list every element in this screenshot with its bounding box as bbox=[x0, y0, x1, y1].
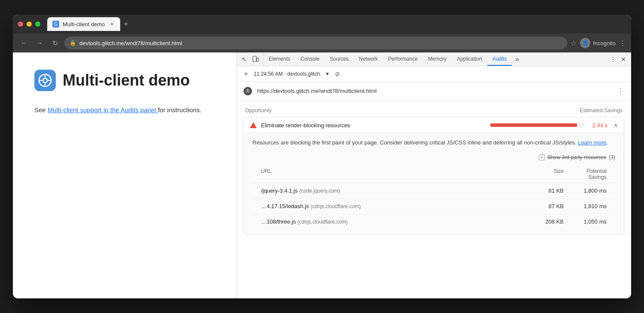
resource-url-origin-1: (code.jquery.com) bbox=[299, 188, 340, 194]
tab-add-button[interactable]: + bbox=[124, 20, 128, 29]
nav-right: ☆ 👤 Incognito ⋮ bbox=[571, 38, 626, 48]
savings-line2: Savings bbox=[588, 174, 607, 180]
devtools-panel: ↖ Elements Console Sources Network Perfo… bbox=[236, 52, 631, 298]
opportunity-label: Opportunity bbox=[245, 107, 272, 114]
devtools-reload-icon[interactable]: ⊘ bbox=[333, 70, 342, 78]
browser-window: G Multi-client demo ✕ + ← → ↻ 🔒 devtools… bbox=[13, 15, 631, 298]
audit-expand-icon: ∧ bbox=[614, 122, 618, 129]
resource-url-main-1: /jquery-3.4.1.js bbox=[261, 187, 298, 194]
title-bar: G Multi-client demo ✕ + bbox=[13, 15, 631, 34]
audit-description: Resources are blocking the first paint o… bbox=[252, 138, 615, 147]
tab-more-button[interactable]: » bbox=[512, 55, 522, 63]
traffic-light-close[interactable] bbox=[18, 21, 23, 27]
resource-url-2: …4.17.15/lodash.js (cdnjs.cloudflare.com… bbox=[261, 203, 529, 209]
estimated-savings-label: Estimated Savings bbox=[580, 107, 623, 114]
audit-item-header[interactable]: Eliminate render-blocking resources 2.44… bbox=[244, 117, 624, 133]
checkbox-checkmark: ✓ bbox=[540, 155, 544, 160]
bookmark-icon[interactable]: ☆ bbox=[571, 39, 577, 47]
resource-url-origin-2: (cdnjs.cloudflare.com) bbox=[310, 203, 361, 209]
traffic-light-fullscreen[interactable] bbox=[35, 21, 40, 27]
devtools-close-button[interactable]: ✕ bbox=[619, 55, 628, 64]
content-area: Multi-client demo See Multi-client suppo… bbox=[13, 52, 631, 298]
incognito-badge: 👤 Incognito bbox=[580, 38, 616, 48]
page-content: Multi-client demo See Multi-client suppo… bbox=[13, 52, 236, 298]
warning-triangle-icon bbox=[250, 122, 257, 128]
devtools-tabs: Elements Console Sources Network Perform… bbox=[264, 52, 605, 66]
tab-network[interactable]: Network bbox=[354, 52, 383, 66]
dropdown-chevron: ▼ bbox=[325, 71, 330, 77]
resource-table: URL Size Potential Savings /jquer bbox=[252, 166, 615, 229]
filter-count: (3) bbox=[609, 154, 615, 160]
third-party-checkbox[interactable]: ✓ bbox=[539, 154, 545, 160]
page-logo bbox=[34, 70, 56, 91]
col-savings-header: Potential Savings bbox=[564, 168, 607, 180]
audits-url-more-button[interactable]: ⋮ bbox=[617, 86, 624, 96]
audits-panel-link[interactable]: Multi-client support in the Audits panel bbox=[48, 106, 158, 114]
devtools-more-button[interactable]: ⋮ bbox=[609, 55, 617, 64]
tab-bar: G Multi-client demo ✕ + bbox=[47, 17, 626, 31]
tab-audits[interactable]: Audits bbox=[487, 52, 512, 66]
col-url-header: URL bbox=[261, 168, 529, 180]
forward-button[interactable]: → bbox=[33, 37, 46, 49]
cursor-icon[interactable]: ↖ bbox=[240, 55, 249, 64]
tab-console[interactable]: Console bbox=[295, 52, 325, 66]
audit-progress-bar bbox=[490, 123, 585, 127]
description-after: for instructions. bbox=[158, 106, 202, 114]
tab-title: Multi-client demo bbox=[63, 21, 105, 28]
incognito-label: Incognito bbox=[593, 40, 616, 46]
navigation-bar: ← → ↻ 🔒 devtools.glitch.me/wndt78/multic… bbox=[13, 34, 631, 52]
audits-content: Opportunity Estimated Savings Eliminate … bbox=[237, 101, 631, 298]
devtools-dropdown[interactable]: ▼ bbox=[325, 71, 330, 77]
tab-application[interactable]: Application bbox=[452, 52, 487, 66]
tab-elements[interactable]: Elements bbox=[264, 52, 295, 66]
traffic-light-minimize[interactable] bbox=[27, 21, 32, 27]
devtools-actions: ⋮ ✕ bbox=[605, 55, 631, 64]
resource-url-origin-3: (cdnjs.cloudflare.com) bbox=[298, 219, 348, 225]
audit-bar-fill bbox=[490, 123, 577, 127]
description-before: See bbox=[34, 106, 48, 114]
tab-performance[interactable]: Performance bbox=[383, 52, 423, 66]
lock-icon: 🔒 bbox=[70, 40, 76, 46]
tab-sources[interactable]: Sources bbox=[325, 52, 354, 66]
resource-size-1: 81 KB bbox=[529, 187, 564, 194]
audit-description-before: Resources are blocking the first paint o… bbox=[252, 139, 578, 146]
audit-learn-more-link[interactable]: Learn more bbox=[578, 139, 606, 146]
resource-size-3: 208 KB bbox=[529, 218, 564, 225]
tab-favicon: G bbox=[52, 21, 59, 28]
audit-expanded-content: Resources are blocking the first paint o… bbox=[244, 133, 624, 234]
devtools-timestamp: 11:24:56 AM - devtools.glitch. bbox=[254, 71, 321, 77]
audits-favicon-letter: A bbox=[246, 89, 249, 93]
browser-tab[interactable]: G Multi-client demo ✕ bbox=[47, 17, 120, 31]
audits-favicon: A bbox=[243, 87, 252, 95]
address-bar[interactable]: 🔒 devtools.glitch.me/wndt78/multiclient.… bbox=[64, 37, 567, 49]
audits-url-row: A https://devtools.glitch.me/wndt78/mult… bbox=[237, 82, 631, 101]
page-description: See Multi-client support in the Audits p… bbox=[34, 105, 215, 115]
tab-memory[interactable]: Memory bbox=[423, 52, 452, 66]
devtools-toolbar: ↖ Elements Console Sources Network Perfo… bbox=[237, 52, 631, 66]
reload-button[interactable]: ↻ bbox=[49, 37, 61, 49]
back-button[interactable]: ← bbox=[18, 37, 30, 49]
resource-url-1: /jquery-3.4.1.js (code.jquery.com) bbox=[261, 187, 529, 194]
third-party-filter: ✓ Show 3rd-party resources (3) bbox=[252, 154, 615, 160]
device-toggle-icon[interactable] bbox=[251, 55, 260, 64]
opportunity-header: Opportunity Estimated Savings bbox=[237, 101, 631, 117]
devtools-add-button[interactable]: + bbox=[242, 70, 250, 78]
col-size-header: Size bbox=[529, 168, 564, 180]
resource-row: …108/three.js (cdnjs.cloudflare.com) 208… bbox=[252, 214, 615, 229]
resource-url-main-3: …108/three.js bbox=[261, 218, 296, 225]
page-title: Multi-client demo bbox=[63, 71, 190, 89]
audit-item-title: Eliminate render-blocking resources bbox=[261, 122, 486, 129]
devtools-address-bar: + 11:24:56 AM - devtools.glitch. ▼ ⊘ bbox=[237, 66, 631, 82]
resource-url-main-2: …4.17.15/lodash.js bbox=[261, 203, 309, 209]
svg-rect-7 bbox=[257, 58, 258, 61]
resource-row: /jquery-3.4.1.js (code.jquery.com) 81 KB… bbox=[252, 183, 615, 199]
resource-savings-1: 1,800 ms bbox=[564, 187, 607, 194]
browser-more-icon[interactable]: ⋮ bbox=[619, 39, 626, 47]
incognito-icon: 👤 bbox=[580, 38, 590, 48]
tab-close-button[interactable]: ✕ bbox=[108, 21, 115, 28]
resource-savings-3: 1,050 ms bbox=[564, 218, 607, 225]
tab-favicon-letter: G bbox=[54, 22, 58, 27]
page-logo-row: Multi-client demo bbox=[34, 70, 215, 91]
audit-savings-value: 2.44 s bbox=[592, 122, 608, 129]
resource-url-3: …108/three.js (cdnjs.cloudflare.com) bbox=[261, 218, 529, 225]
